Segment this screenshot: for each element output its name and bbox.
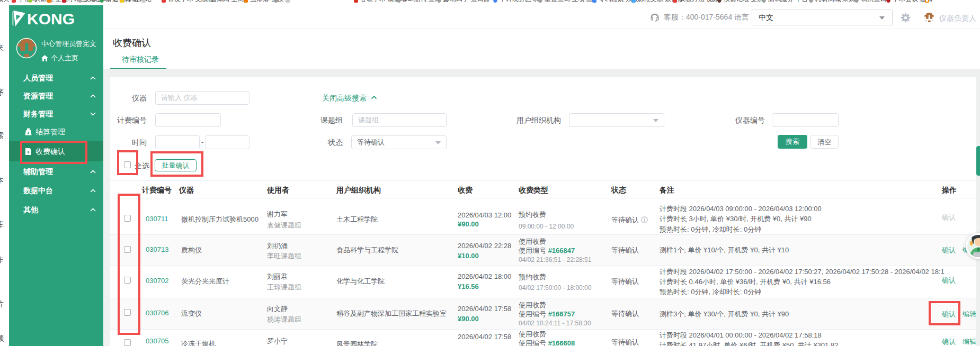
svg-text:¥: ¥ (28, 131, 30, 135)
